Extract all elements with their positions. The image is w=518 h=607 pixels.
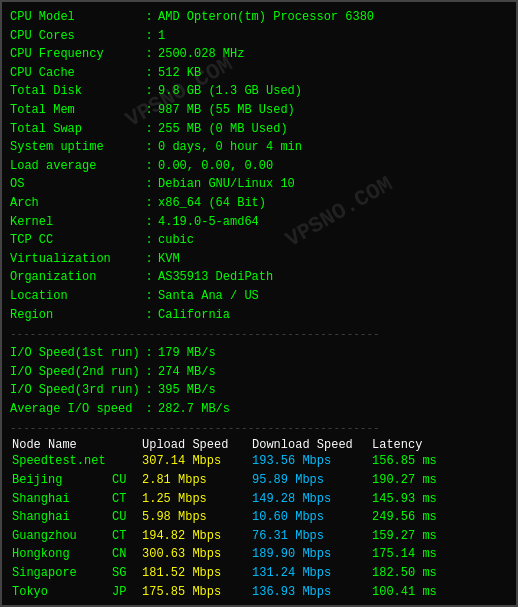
io-speed-2-label: I/O Speed(2nd run) xyxy=(10,363,140,382)
cpu-cache-value: 512 KB xyxy=(158,64,201,83)
arch-row: Arch : x86_64 (64 Bit) xyxy=(10,194,508,213)
io-speed-1-row: I/O Speed(1st run) : 179 MB/s xyxy=(10,344,508,363)
network-speed-section: Node Name Upload Speed Download Speed La… xyxy=(10,438,508,601)
kernel-value: 4.19.0-5-amd64 xyxy=(158,213,259,232)
col-empty-header xyxy=(110,438,140,452)
io-speed-3-label: I/O Speed(3rd run) xyxy=(10,381,140,400)
virtualization-value: KVM xyxy=(158,250,180,269)
upload-cell: 181.52 Mbps xyxy=(140,564,250,583)
table-row: BeijingCU2.81 Mbps95.89 Mbps190.27 ms xyxy=(10,471,508,490)
latency-cell: 145.93 ms xyxy=(370,490,508,509)
latency-cell: 156.85 ms xyxy=(370,452,508,471)
upload-cell: 175.85 Mbps xyxy=(140,583,250,602)
upload-cell: 5.98 Mbps xyxy=(140,508,250,527)
virtualization-label: Virtualization xyxy=(10,250,140,269)
cpu-cache-row: CPU Cache : 512 KB xyxy=(10,64,508,83)
upload-cell: 194.82 Mbps xyxy=(140,527,250,546)
system-uptime-row: System uptime : 0 days, 0 hour 4 min xyxy=(10,138,508,157)
download-cell: 10.60 Mbps xyxy=(250,508,370,527)
latency-cell: 175.14 ms xyxy=(370,545,508,564)
speed-table: Node Name Upload Speed Download Speed La… xyxy=(10,438,508,601)
download-cell: 131.24 Mbps xyxy=(250,564,370,583)
latency-cell: 159.27 ms xyxy=(370,527,508,546)
latency-cell: 190.27 ms xyxy=(370,471,508,490)
total-swap-value: 255 MB (0 MB Used) xyxy=(158,120,288,139)
loc-cell: CT xyxy=(110,527,140,546)
loc-cell: JP xyxy=(110,583,140,602)
load-average-value: 0.00, 0.00, 0.00 xyxy=(158,157,273,176)
io-speed-1-value: 179 MB/s xyxy=(158,344,216,363)
node-cell: Singapore xyxy=(10,564,110,583)
total-disk-value: 9.8 GB (1.3 GB Used) xyxy=(158,82,302,101)
region-label: Region xyxy=(10,306,140,325)
location-row: Location : Santa Ana / US xyxy=(10,287,508,306)
region-value: California xyxy=(158,306,230,325)
cpu-cores-label: CPU Cores xyxy=(10,27,140,46)
cpu-cores-value: 1 xyxy=(158,27,165,46)
cpu-freq-row: CPU Frequency : 2500.028 MHz xyxy=(10,45,508,64)
cpu-model-row: CPU Model : AMD Opteron(tm) Processor 63… xyxy=(10,8,508,27)
table-row: SingaporeSG181.52 Mbps131.24 Mbps182.50 … xyxy=(10,564,508,583)
location-value: Santa Ana / US xyxy=(158,287,259,306)
download-cell: 189.90 Mbps xyxy=(250,545,370,564)
cpu-cores-row: CPU Cores : 1 xyxy=(10,27,508,46)
io-speed-2-value: 274 MB/s xyxy=(158,363,216,382)
io-speed-section: I/O Speed(1st run) : 179 MB/s I/O Speed(… xyxy=(10,344,508,418)
io-avg-row: Average I/O speed : 282.7 MB/s xyxy=(10,400,508,419)
node-cell: Speedtest.net xyxy=(10,452,110,471)
table-row: TokyoJP175.85 Mbps136.93 Mbps100.41 ms xyxy=(10,583,508,602)
total-disk-row: Total Disk : 9.8 GB (1.3 GB Used) xyxy=(10,82,508,101)
upload-cell: 2.81 Mbps xyxy=(140,471,250,490)
system-uptime-value: 0 days, 0 hour 4 min xyxy=(158,138,302,157)
cpu-freq-label: CPU Frequency xyxy=(10,45,140,64)
loc-cell: CN xyxy=(110,545,140,564)
total-mem-row: Total Mem : 987 MB (55 MB Used) xyxy=(10,101,508,120)
upload-cell: 307.14 Mbps xyxy=(140,452,250,471)
node-cell: Beijing xyxy=(10,471,110,490)
table-row: ShanghaiCT1.25 Mbps149.28 Mbps145.93 ms xyxy=(10,490,508,509)
os-value: Debian GNU/Linux 10 xyxy=(158,175,295,194)
io-speed-3-row: I/O Speed(3rd run) : 395 MB/s xyxy=(10,381,508,400)
load-average-label: Load average xyxy=(10,157,140,176)
os-row: OS : Debian GNU/Linux 10 xyxy=(10,175,508,194)
node-cell: Guangzhou xyxy=(10,527,110,546)
io-avg-label: Average I/O speed xyxy=(10,400,140,419)
col-node-header: Node Name xyxy=(10,438,110,452)
tcp-cc-value: cubic xyxy=(158,231,194,250)
download-cell: 95.89 Mbps xyxy=(250,471,370,490)
total-disk-label: Total Disk xyxy=(10,82,140,101)
download-cell: 149.28 Mbps xyxy=(250,490,370,509)
total-mem-value: 987 MB (55 MB Used) xyxy=(158,101,295,120)
system-uptime-label: System uptime xyxy=(10,138,140,157)
total-mem-label: Total Mem xyxy=(10,101,140,120)
divider-1: ----------------------------------------… xyxy=(10,328,508,340)
io-speed-2-row: I/O Speed(2nd run) : 274 MB/s xyxy=(10,363,508,382)
col-download-header: Download Speed xyxy=(250,438,370,452)
latency-cell: 182.50 ms xyxy=(370,564,508,583)
table-header-row: Node Name Upload Speed Download Speed La… xyxy=(10,438,508,452)
table-row: HongkongCN300.63 Mbps189.90 Mbps175.14 m… xyxy=(10,545,508,564)
col-upload-header: Upload Speed xyxy=(140,438,250,452)
organization-row: Organization : AS35913 DediPath xyxy=(10,268,508,287)
organization-label: Organization xyxy=(10,268,140,287)
arch-value: x86_64 (64 Bit) xyxy=(158,194,266,213)
load-average-row: Load average : 0.00, 0.00, 0.00 xyxy=(10,157,508,176)
node-cell: Shanghai xyxy=(10,508,110,527)
system-info-section: CPU Model : AMD Opteron(tm) Processor 63… xyxy=(10,8,508,324)
kernel-row: Kernel : 4.19.0-5-amd64 xyxy=(10,213,508,232)
loc-cell: CT xyxy=(110,490,140,509)
download-cell: 136.93 Mbps xyxy=(250,583,370,602)
io-speed-3-value: 395 MB/s xyxy=(158,381,216,400)
virtualization-row: Virtualization : KVM xyxy=(10,250,508,269)
col-latency-header: Latency xyxy=(370,438,508,452)
kernel-label: Kernel xyxy=(10,213,140,232)
download-cell: 193.56 Mbps xyxy=(250,452,370,471)
location-label: Location xyxy=(10,287,140,306)
node-cell: Shanghai xyxy=(10,490,110,509)
cpu-model-label: CPU Model xyxy=(10,8,140,27)
total-swap-label: Total Swap xyxy=(10,120,140,139)
upload-cell: 1.25 Mbps xyxy=(140,490,250,509)
cpu-freq-value: 2500.028 MHz xyxy=(158,45,244,64)
os-label: OS xyxy=(10,175,140,194)
node-cell: Tokyo xyxy=(10,583,110,602)
